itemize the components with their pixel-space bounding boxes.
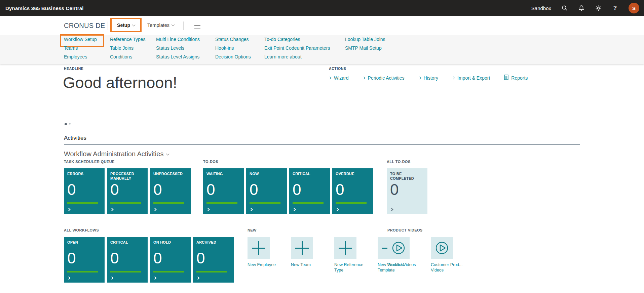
user-avatar[interactable]: S (629, 3, 639, 13)
headline-carousel-dots (65, 123, 71, 125)
top-bar: Dynamics 365 Business Central Sandbox ? … (0, 0, 644, 16)
more-options-hamburger-icon[interactable] (194, 24, 200, 31)
chevron-right-icon (153, 208, 157, 211)
menu-item-lookup-table-joins[interactable]: Lookup Table Joins (345, 37, 385, 42)
action-periodic-activities[interactable]: Periodic Activities (363, 75, 405, 81)
menu-item-teams[interactable]: Teams (64, 45, 78, 51)
activities-part-title[interactable]: Workflow Administration Activities (64, 150, 169, 158)
menu-item-exit-point-codeunit-parameters[interactable]: Exit Point Codeunit Parameters (264, 45, 330, 51)
greeting-text: Good afternoon! (63, 73, 177, 92)
menu-item-table-joins[interactable]: Table Joins (110, 45, 134, 51)
role-center-nav: CRONUS DE Setup Templates (0, 16, 644, 35)
cue-tile-processed-manually[interactable]: PROCESSED MANUALLY 0 (107, 168, 148, 214)
menu-item-hook-ins[interactable]: Hook-ins (215, 45, 234, 51)
cue-tile-to-be-completed[interactable]: TO BE COMPLETED 0 (387, 168, 427, 214)
settings-gear-icon[interactable] (595, 5, 602, 11)
menu-item-employees[interactable]: Employees (64, 54, 87, 59)
new-reference-type-tile[interactable] (334, 237, 356, 259)
cue-tile-now[interactable]: NOW 0 (246, 168, 287, 214)
cue-tile-critical-workflows[interactable]: CRITICAL 0 (107, 237, 148, 283)
templates-menu-button[interactable]: Templates (147, 23, 174, 28)
cue-tile-unprocessed[interactable]: UNPROCESSED 0 (150, 168, 191, 214)
search-icon[interactable] (561, 5, 568, 11)
cue-group-label: NEW (248, 228, 410, 237)
setup-dropdown-menu: Workflow Setup Teams Employees Reference… (0, 35, 644, 64)
menu-item-smtp-mail-setup[interactable]: SMTP Mail Setup (345, 45, 382, 51)
menu-item-decision-options[interactable]: Decision Options (215, 54, 251, 59)
chevron-down-icon (132, 23, 135, 26)
chevron-right-icon (362, 76, 365, 79)
menu-item-learn-more-about[interactable]: Learn more about (264, 54, 302, 59)
cue-value: 0 (110, 249, 119, 267)
action-import-export[interactable]: Import & Export (452, 75, 490, 81)
cue-value: 0 (206, 180, 215, 199)
progress-bar (67, 271, 98, 273)
chevron-right-icon (418, 76, 421, 79)
chevron-right-icon (336, 208, 339, 211)
cue-group-label: ALL TO-DOS (387, 160, 427, 168)
new-reference-type-link[interactable]: New Reference Type (334, 262, 366, 273)
company-name[interactable]: CRONUS DE (64, 22, 105, 30)
new-team-tile[interactable] (291, 237, 313, 259)
chevron-right-icon (390, 208, 393, 211)
new-team-link[interactable]: New Team (291, 262, 323, 267)
menu-item-reference-types[interactable]: Reference Types (110, 37, 146, 42)
cue-value: 0 (67, 180, 76, 199)
new-employee-tile[interactable] (248, 237, 270, 259)
menu-item-status-level-assigns[interactable]: Status Level Assigns (156, 54, 199, 59)
cue-tile-archived[interactable]: ARCHIVED 0 (193, 237, 234, 283)
cue-value: 0 (293, 180, 301, 199)
chevron-right-icon (67, 208, 71, 211)
cue-tile-waiting[interactable]: WAITING 0 (203, 168, 244, 214)
carousel-dot-1[interactable] (65, 123, 67, 125)
cue-tile-on-hold[interactable]: ON HOLD 0 (150, 237, 191, 283)
cue-group-new: NEW New Employee New Team New Reference … (248, 228, 410, 273)
cue-value: 0 (336, 180, 344, 199)
customer-product-videos-link[interactable]: Customer Prod... Videos (431, 262, 463, 273)
product-videos-tile[interactable] (387, 237, 410, 259)
activities-section-title: Activities (64, 135, 86, 141)
action-wizard[interactable]: Wizard (329, 75, 349, 81)
activities-divider (64, 144, 580, 145)
chevron-right-icon (153, 277, 157, 280)
report-icon (504, 75, 508, 81)
progress-bar (336, 202, 367, 204)
play-icon (435, 241, 449, 255)
setup-menu-button[interactable]: Setup (110, 18, 142, 32)
new-employee-link[interactable]: New Employee (248, 262, 279, 267)
menu-item-to-do-categories[interactable]: To-do Categories (264, 37, 300, 42)
menu-item-status-changes[interactable]: Status Changes (215, 37, 249, 42)
cue-group-label: TASK SCHEDULER QUEUE (64, 160, 191, 168)
cue-tile-critical-todos[interactable]: CRITICAL 0 (289, 168, 330, 214)
carousel-dot-2[interactable] (69, 123, 71, 125)
progress-bar (153, 202, 184, 204)
cue-value: 0 (153, 180, 162, 199)
progress-bar (110, 271, 141, 273)
nav-divider (108, 22, 108, 30)
cue-value: 0 (390, 180, 399, 199)
notifications-bell-icon[interactable] (578, 5, 585, 11)
menu-item-workflow-setup[interactable]: Workflow Setup (64, 37, 97, 42)
menu-item-multi-line-conditions[interactable]: Multi Line Conditions (156, 37, 200, 42)
chevron-right-icon (329, 76, 331, 79)
cue-value: 0 (153, 249, 162, 267)
cue-tile-open[interactable]: OPEN 0 (64, 237, 105, 283)
product-videos-link[interactable]: Product Videos (387, 262, 419, 267)
action-reports[interactable]: Reports (504, 75, 528, 81)
cue-group-product-videos: PRODUCT VIDEOS Product Videos Customer P… (387, 228, 463, 273)
menu-item-conditions[interactable]: Conditions (110, 54, 132, 59)
help-icon[interactable]: ? (612, 5, 618, 11)
chevron-right-icon (110, 277, 114, 280)
headline-label: HEADLINE (64, 67, 83, 71)
customer-product-videos-tile[interactable] (431, 237, 453, 259)
menu-item-status-levels[interactable]: Status Levels (156, 45, 184, 51)
environment-badge[interactable]: Sandbox (531, 5, 551, 11)
cue-tile-overdue[interactable]: OVERDUE 0 (332, 168, 373, 214)
cue-group-label: ALL WORKFLOWS (64, 228, 234, 237)
action-history[interactable]: History (419, 75, 439, 81)
nav-divider (183, 22, 184, 30)
app-title[interactable]: Dynamics 365 Business Central (5, 5, 84, 11)
play-icon (392, 241, 405, 255)
cue-tile-errors[interactable]: ERRORS 0 (64, 168, 105, 214)
chevron-right-icon (452, 76, 455, 79)
